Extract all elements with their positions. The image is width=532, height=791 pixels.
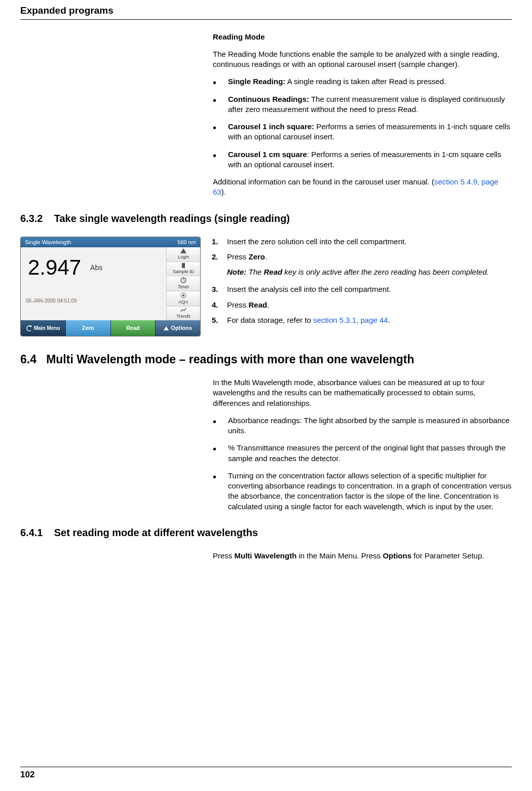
measurement-unit[interactable]: Abs [88, 262, 104, 274]
section-64-heading: 6.4 Multi Wavelength mode – readings wit… [20, 352, 512, 367]
reading-mode-intro: The Reading Mode functions enable the sa… [213, 49, 512, 70]
step-text: Insert the zero solution cell into the c… [227, 237, 406, 246]
para-bold: Options [383, 551, 411, 560]
section-title: Set reading mode at different wavelength… [54, 527, 258, 538]
trends-button[interactable]: Trends [167, 307, 200, 320]
section-632-heading: 6.3.2 Take single wavelength readings (s… [20, 212, 512, 225]
rm-item-label: Carousel 1 cm square [228, 150, 307, 159]
step-number: 5. [212, 315, 218, 325]
section-title: Take single wavelength readings (single … [54, 213, 290, 224]
rm-item-label: Carousel 1 inch square: [228, 122, 314, 131]
step-number: 3. [212, 284, 218, 294]
step-item: 3.Insert the analysis cell into the cell… [212, 284, 512, 294]
step-text: . [388, 316, 390, 324]
read-button[interactable]: Read [111, 320, 156, 336]
zero-button[interactable]: Zero [66, 320, 111, 336]
foot-label: Zero [82, 324, 94, 332]
rm-outro-pre: Additional information can be found in t… [213, 177, 434, 186]
login-button[interactable]: Login [167, 247, 200, 261]
bullet-text: Turning on the concentration factor allo… [228, 471, 512, 511]
step-bold: Read [249, 300, 268, 309]
rm-item-label: Single Reading: [228, 77, 285, 86]
para-text: Press [213, 551, 235, 560]
screenshot-title: Single Wavelength [25, 239, 71, 246]
measurement-datetime: 06-JAN-2000 04:51:09 [25, 282, 162, 306]
svg-rect-1 [182, 263, 185, 268]
para-text: for Parameter Setup. [411, 551, 484, 560]
page-number: 102 [20, 767, 512, 781]
note-text: key is only active after the zero readin… [282, 268, 489, 276]
step-text: For data storage, refer to [227, 316, 313, 324]
options-button[interactable]: Options [156, 320, 200, 336]
step-text: Press [227, 300, 249, 309]
step-item: 5.For data storage, refer to section 5.3… [212, 315, 512, 325]
foot-label: Read [126, 324, 140, 332]
arrow-up-icon [164, 326, 169, 330]
step-number: 2. [212, 252, 218, 262]
svg-marker-0 [180, 248, 186, 253]
page-header: Expanded programs [20, 4, 512, 20]
list-item: Turning on the concentration factor allo… [213, 471, 512, 512]
rm-outro-post: ). [221, 187, 226, 196]
measurement-value: 2.947 [28, 253, 81, 282]
para-bold: Multi Wavelength [235, 551, 297, 560]
timer-button[interactable]: Timer [167, 276, 200, 291]
side-label: Timer [178, 284, 189, 290]
foot-label: Main Menu [34, 326, 60, 331]
list-item: Carousel 1 inch square: Performs a serie… [213, 122, 512, 142]
side-label: Sample ID [173, 269, 194, 275]
list-item: Single Reading: A single reading is take… [213, 77, 512, 87]
list-item: % Transmittance measures the percent of … [213, 443, 512, 464]
step-text: . [267, 300, 269, 309]
list-item: Absorbance readings: The light absorbed … [213, 416, 512, 436]
sec641-para: Press Multi Wavelength in the Main Menu.… [213, 551, 512, 561]
back-arrow-icon [26, 325, 32, 331]
section-number: 6.4.1 [20, 527, 43, 538]
sec64-intro: In the Multi Wavelength mode, absorbance… [213, 378, 512, 408]
bullet-text: % Transmittance measures the percent of … [228, 443, 506, 462]
list-item: Continuous Readings: The current measure… [213, 94, 512, 115]
step-text: Insert the analysis cell into the cell c… [227, 285, 391, 293]
step-text: Press [227, 252, 249, 261]
bullet-text: Absorbance readings: The light absorbed … [228, 416, 510, 435]
arrow-up-icon [180, 248, 186, 253]
step-item: 1.Insert the zero solution cell into the… [212, 237, 512, 247]
para-text: in the Main Menu. Press [296, 551, 383, 560]
chart-icon [180, 308, 186, 313]
step-text: . [265, 252, 267, 261]
section-title: Multi Wavelength mode – readings with mo… [46, 353, 414, 366]
screenshot-wavelength: 560 nm [177, 239, 196, 246]
target-icon [180, 292, 186, 298]
note-bold: Read [264, 268, 283, 276]
rm-item-text: A single reading is taken after Read is … [285, 77, 446, 86]
foot-label: Options [171, 324, 192, 332]
section-number: 6.4 [20, 353, 36, 366]
svg-marker-8 [164, 326, 169, 330]
section-number: 6.3.2 [20, 213, 43, 224]
sample-id-button[interactable]: Sample ID [167, 262, 200, 276]
step-item: 4.Press Read. [212, 300, 512, 310]
main-menu-button[interactable]: Main Menu [21, 320, 66, 336]
side-label: AQA [178, 299, 188, 305]
flask-icon [180, 263, 186, 268]
step-number: 4. [212, 300, 218, 310]
step-item: 2.Press Zero. [212, 252, 512, 262]
note: Note: The Read key is only active after … [227, 267, 512, 277]
list-item: Carousel 1 cm square: Performs a series … [213, 149, 512, 170]
note-text: The [246, 268, 263, 276]
aqa-button[interactable]: AQA [167, 291, 200, 307]
side-label: Login [178, 254, 189, 260]
clock-icon [180, 277, 186, 283]
note-label: Note: [227, 268, 246, 276]
side-label: Trends [176, 313, 191, 319]
section-641-heading: 6.4.1 Set reading mode at different wave… [20, 526, 512, 540]
device-screenshot: Single Wavelength 560 nm 2.947 Abs 06-JA… [20, 237, 201, 337]
reading-mode-outro: Additional information can be found in t… [213, 177, 512, 198]
reading-mode-title: Reading Mode [213, 32, 265, 41]
svg-point-6 [182, 294, 184, 296]
xref-section-531[interactable]: section 5.3.1, page 44 [313, 316, 388, 324]
step-number: 1. [212, 237, 218, 247]
rm-item-label: Continuous Readings: [228, 95, 309, 103]
step-bold: Zero [249, 252, 265, 261]
